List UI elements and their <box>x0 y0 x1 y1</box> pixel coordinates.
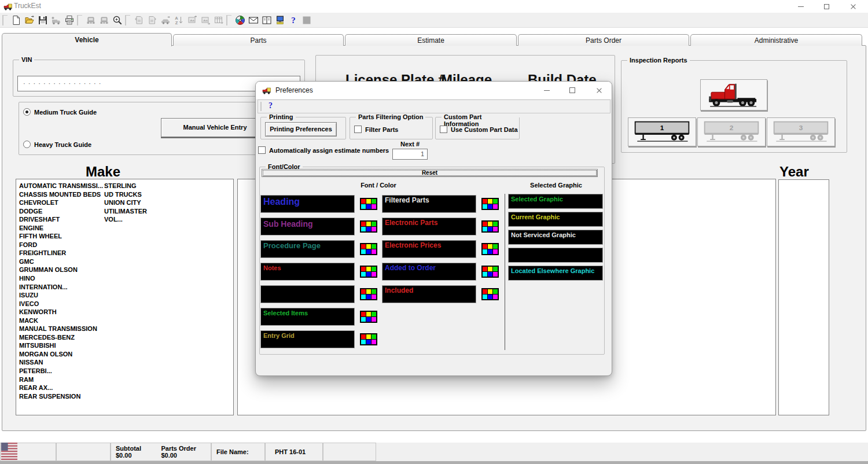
medium-truck-guide-radio[interactable] <box>23 108 31 116</box>
font-row-notes: Notes <box>260 263 377 281</box>
make-list-item[interactable]: VOL... <box>104 215 147 224</box>
tab-estimate[interactable]: Estimate <box>345 34 517 46</box>
color-palette-icon[interactable] <box>481 288 499 300</box>
tab-parts[interactable]: Parts <box>173 34 344 46</box>
toolbar-zoom-magnifier-button[interactable] <box>111 14 124 27</box>
color-palette-icon[interactable] <box>360 220 377 233</box>
toolbar-help-question-button[interactable]: ? <box>286 14 300 27</box>
graphic-sample-selected-graphic[interactable]: Selected Graphic <box>508 194 603 209</box>
graphic-sample-current-graphic[interactable]: Current Graphic <box>508 212 603 227</box>
make-list-item[interactable]: AUTOMATIC TRANSMISSI... <box>19 182 103 190</box>
make-list-item[interactable]: GMC <box>19 257 103 266</box>
make-list-item[interactable]: ENGINE <box>19 224 103 233</box>
make-list-item[interactable]: GRUMMAN OLSON <box>19 266 103 274</box>
make-list-item[interactable]: UD TRUCKS <box>104 190 147 199</box>
toolbar-open-file-button[interactable] <box>23 14 36 27</box>
dialog-maximize-button[interactable] <box>562 82 583 99</box>
sample-text: Electronic Parts <box>385 219 473 227</box>
heavy-truck-guide-radio[interactable] <box>23 141 31 148</box>
make-list-item[interactable]: MACK <box>19 316 103 325</box>
make-list-item[interactable]: STERLING <box>104 182 147 190</box>
make-list-item[interactable]: UTILIMASTER <box>104 207 147 216</box>
toolbar-new-document-button[interactable] <box>9 14 23 27</box>
filter-parts-checkbox[interactable] <box>354 126 362 133</box>
make-list-item[interactable]: IVECO <box>19 300 103 308</box>
file-name-value: PHT 16-01 <box>270 448 306 455</box>
year-list[interactable] <box>778 179 829 415</box>
graphic-sample-blank[interactable] <box>508 248 603 263</box>
reset-button[interactable]: Reset <box>262 169 598 177</box>
make-list-item[interactable]: MORGAN OLSON <box>19 350 103 359</box>
toolbar-print-button[interactable] <box>62 14 76 27</box>
graphic-sample-not-serviced-graphic[interactable]: Not Serviced Graphic <box>508 230 603 245</box>
tractor-inspection-button[interactable] <box>700 79 767 111</box>
window-restore-button[interactable] <box>814 0 839 13</box>
font-sample-included[interactable]: Included <box>382 285 476 303</box>
font-sample-procedure-page[interactable]: Procedure Page <box>260 240 355 258</box>
make-list-item[interactable]: FIFTH WHEEL <box>19 232 103 241</box>
make-list-item[interactable]: KENWORTH <box>19 308 103 316</box>
make-list[interactable]: AUTOMATIC TRANSMISSI...CHASSIS MOUNTED B… <box>16 179 234 415</box>
toolbar-mail-envelope-button[interactable] <box>247 14 260 27</box>
toolbar-page-export-button <box>132 14 145 27</box>
tab-administrative[interactable]: Administrative <box>690 34 862 46</box>
font-sample-selected-items[interactable]: Selected Items <box>260 308 355 326</box>
font-sample-entry-grid[interactable]: Entry Grid <box>260 330 355 348</box>
color-palette-icon[interactable] <box>360 243 377 255</box>
make-list-item[interactable]: NISSAN <box>19 358 103 367</box>
color-palette-icon[interactable] <box>360 311 377 323</box>
manual-vehicle-entry-button[interactable]: Manual Vehicle Entry <box>161 118 269 137</box>
dialog-help-icon[interactable]: ? <box>269 101 273 111</box>
font-sample-electronic-parts[interactable]: Electronic Parts <box>382 218 476 235</box>
make-list-item[interactable]: DODGE <box>19 207 103 216</box>
toolbar-address-book-button[interactable] <box>260 14 273 27</box>
make-list-item[interactable]: FORD <box>19 241 103 249</box>
make-list-item[interactable]: MITSUBISHI <box>19 341 103 350</box>
dialog-close-button[interactable] <box>589 82 609 99</box>
truckest-window: TruckEst AZ? Vehicle Parts Estimate Part… <box>0 0 868 464</box>
make-list-item[interactable]: CHASSIS MOUNTED BEDS <box>19 190 103 199</box>
color-palette-icon[interactable] <box>360 288 377 300</box>
make-list-item[interactable]: MERCEDES-BENZ <box>19 333 103 342</box>
graphic-sample-located-elsewhere-graphic[interactable]: Located Elsewhere Graphic <box>508 266 603 281</box>
color-palette-icon[interactable] <box>360 198 377 210</box>
color-palette-icon[interactable] <box>481 198 499 210</box>
font-sample-sub-heading[interactable]: Sub Heading <box>260 218 355 235</box>
font-sample-notes[interactable]: Notes <box>260 263 355 281</box>
window-close-button[interactable] <box>840 0 866 13</box>
tab-parts-order[interactable]: Parts Order <box>518 34 689 46</box>
make-list-item[interactable]: DRIVESHAFT <box>19 215 103 224</box>
make-list-item[interactable]: INTERNATION... <box>19 283 103 292</box>
make-list-item[interactable]: REAR AX... <box>19 384 103 392</box>
font-sample-filtered-parts[interactable]: Filtered Parts <box>382 195 476 213</box>
make-list-item[interactable]: ISUZU <box>19 291 103 300</box>
font-sample-added-to-order[interactable]: Added to Order <box>382 263 476 281</box>
color-palette-icon[interactable] <box>481 243 499 255</box>
toolbar-computer-monitor-button[interactable] <box>273 14 286 27</box>
color-palette-icon[interactable] <box>481 266 499 278</box>
use-custom-part-data-checkbox[interactable] <box>440 126 447 133</box>
color-palette-icon[interactable] <box>360 266 377 278</box>
toolbar-globe-wheel-button[interactable] <box>233 14 247 27</box>
tab-vehicle[interactable]: Vehicle <box>2 33 172 46</box>
make-list-item[interactable]: RAM <box>19 375 103 384</box>
make-list-item[interactable]: CHEVROLET <box>19 198 103 207</box>
auto-assign-estimate-checkbox[interactable] <box>258 146 266 154</box>
make-list-item[interactable]: MANUAL TRANSMISSION <box>19 325 103 333</box>
toolbar-save-button[interactable] <box>36 14 49 27</box>
dialog-minimize-button[interactable] <box>536 82 557 99</box>
trailer-1-inspection-button[interactable]: 1 <box>628 117 696 146</box>
make-list-item[interactable]: PETERBI... <box>19 367 103 375</box>
window-minimize-button[interactable] <box>788 0 814 13</box>
make-list-item[interactable]: FREIGHTLINER <box>19 249 103 257</box>
font-sample-blank[interactable] <box>260 285 355 303</box>
font-sample-heading[interactable]: Heading <box>260 195 355 213</box>
font-sample-electronic-prices[interactable]: Electronic Prices <box>382 240 476 258</box>
make-list-item[interactable]: HINO <box>19 274 103 283</box>
printing-preferences-button[interactable]: Printing Preferences <box>265 122 337 137</box>
make-list-item[interactable]: REAR SUSPENSION <box>19 392 103 401</box>
color-palette-icon[interactable] <box>481 220 499 233</box>
color-palette-icon[interactable] <box>360 333 377 345</box>
next-number-input[interactable]: 1 <box>392 149 428 160</box>
make-list-item[interactable]: UNION CITY <box>104 198 147 207</box>
